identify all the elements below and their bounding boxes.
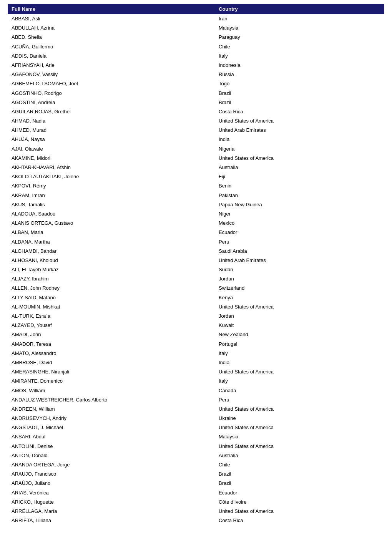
cell-full-name: AHMED, Murad [8,126,215,135]
cell-full-name: AJAI, Olawale [8,144,215,154]
table-row: AMADI, JohnNew Zealand [8,330,384,339]
cell-country: Ecuador [215,228,384,237]
cell-full-name: AMADOR, Teresa [8,340,215,349]
cell-full-name: ALANIS ORTEGA, Gustavo [8,219,215,228]
cell-country: Papua New Guinea [215,200,384,209]
cell-country: United States of America [215,154,384,163]
table-row: ANTON, DonaldAustralia [8,451,384,460]
cell-full-name: AL-TURK, Esra`a [8,312,215,321]
table-row: ACUÑA, GuillermoChile [8,42,384,51]
cell-full-name: AMBROSE, David [8,358,215,367]
cell-country: United States of America [215,423,384,432]
cell-full-name: ADDIS, Daniela [8,51,215,61]
table-row: ARICKO, HuguetteCôte d'Ivoire [8,498,384,507]
table-row: AJAI, OlawaleNigeria [8,144,384,154]
cell-full-name: ANTON, Donald [8,451,215,460]
table-row: ABDULLAH, AzrinaMalaysia [8,23,384,33]
cell-full-name: ALZAYED, Yousef [8,321,215,330]
cell-full-name: AHMAD, Nadia [8,116,215,126]
table-row: AKOLO-TAUTAKITAKI, JoleneFiji [8,172,384,181]
table-row: ARRIETA, LillianaCosta Rica [8,516,384,525]
cell-country: Brazil [215,89,384,98]
cell-full-name: AKOLO-TAUTAKITAKI, Jolene [8,172,215,181]
cell-full-name: AGUILAR ROJAS, Grethel [8,107,215,116]
cell-full-name: AKPOVI, Rémy [8,181,215,191]
cell-full-name: ALJAZY, Ibrahim [8,274,215,284]
table-row: ALHOSANI, KholoudUnited Arab Emirates [8,256,384,265]
table-row: AMATO, AlessandroItaly [8,349,384,358]
cell-country: Côte d'Ivoire [215,498,384,507]
table-row: ARAÚJO, JulianoBrazil [8,479,384,488]
cell-country: Ecuador [215,488,384,498]
cell-country: Malaysia [215,23,384,33]
table-row: ALDANA, MarthaPeru [8,237,384,247]
cell-full-name: AHUJA, Naysa [8,135,215,144]
column-header-name: Full Name [8,4,215,14]
table-body: ABBASI, AsliIranABDULLAH, AzrinaMalaysia… [8,14,384,525]
cell-full-name: AKRAM, Imran [8,191,215,200]
cell-country: Australia [215,163,384,172]
cell-full-name: AMADI, John [8,330,215,339]
table-row: AMADOR, TeresaPortugal [8,340,384,349]
table-row: AHUJA, NaysaIndia [8,135,384,144]
table-row: AMIRANTE, DomenicoItaly [8,377,384,386]
table-row: ARRÉLLAGA, MaríaUnited States of America [8,507,384,516]
cell-country: United States of America [215,405,384,414]
cell-country: Iran [215,14,384,23]
cell-full-name: ALDANA, Martha [8,237,215,247]
cell-country: Ukraine [215,414,384,423]
column-header-country: Country [215,4,384,14]
cell-country: India [215,135,384,144]
cell-full-name: ARANDA ORTEGA, Jorge [8,460,215,469]
cell-full-name: ALGHAMDI, Bandar [8,247,215,256]
cell-country: Togo [215,79,384,88]
cell-full-name: ARAÚJO, Juliano [8,479,215,488]
cell-country: Brazil [215,469,384,479]
table-row: ALLEN, John RodneySwitzerland [8,284,384,293]
table-row: ADDIS, DanielaItaly [8,51,384,61]
cell-country: New Zealand [215,330,384,339]
table-row: AKUS, TamalisPapua New Guinea [8,200,384,209]
table-row: ANDALUZ WESTREICHER, Carlos AlbertoPeru [8,395,384,405]
cell-country: Italy [215,51,384,61]
cell-full-name: ALLEN, John Rodney [8,284,215,293]
cell-country: United States of America [215,367,384,377]
cell-country: Costa Rica [215,107,384,116]
cell-country: Canada [215,386,384,395]
table-row: ALJAZY, IbrahimJordan [8,274,384,284]
table-row: ABBASI, AsliIran [8,14,384,23]
table-row: AFRIANSYAH, ArieIndonesia [8,61,384,70]
main-container: Full Name Country ABBASI, AsliIranABDULL… [0,0,392,529]
cell-full-name: ABBASI, Asli [8,14,215,23]
table-row: ARANDA ORTEGA, JorgeChile [8,460,384,469]
cell-full-name: AMATO, Alessandro [8,349,215,358]
table-row: ARAUJO, FranciscoBrazil [8,469,384,479]
cell-country: United States of America [215,507,384,516]
cell-country: Pakistan [215,191,384,200]
cell-full-name: ALLY-SAID, Matano [8,293,215,302]
table-row: AHMAD, NadiaUnited States of America [8,116,384,126]
cell-full-name: ANSARI, Abdul [8,432,215,441]
cell-country: Indonesia [215,61,384,70]
cell-country: Costa Rica [215,516,384,525]
table-row: ANDRUSEVYCH, AndriyUkraine [8,414,384,423]
cell-country: Russia [215,70,384,79]
table-row: AGOSTINI, AndreiaBrazil [8,98,384,107]
cell-full-name: AKUS, Tamalis [8,200,215,209]
cell-country: Brazil [215,98,384,107]
table-row: AHMED, MuradUnited Arab Emirates [8,126,384,135]
cell-country: Brazil [215,479,384,488]
table-row: ALADOUA, SaadouNiger [8,209,384,219]
cell-country: United Arab Emirates [215,256,384,265]
cell-full-name: AMIRANTE, Domenico [8,377,215,386]
table-row: ALLY-SAID, MatanoKenya [8,293,384,302]
table-row: AMERASINGHE, NiranjaliUnited States of A… [8,367,384,377]
cell-country: India [215,358,384,367]
cell-full-name: AL-MOUMIN, Mishkat [8,302,215,312]
table-row: ALANIS ORTEGA, GustavoMexico [8,219,384,228]
cell-country: United States of America [215,116,384,126]
cell-full-name: ARRIETA, Lilliana [8,516,215,525]
cell-country: Malaysia [215,432,384,441]
cell-full-name: AGOSTINI, Andreia [8,98,215,107]
table-row: ALI, El Tayeb MurkazSudan [8,265,384,274]
